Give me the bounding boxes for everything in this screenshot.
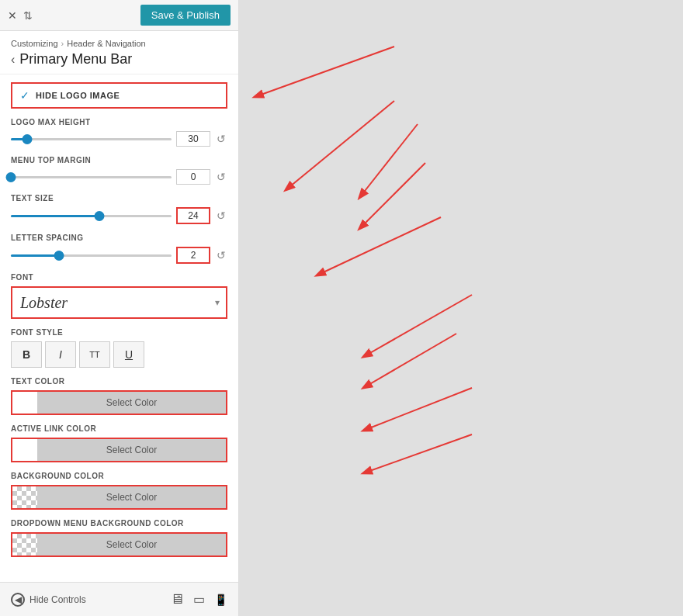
letter-spacing-track[interactable]	[11, 254, 172, 257]
text-color-label: TEXT COLOR	[11, 377, 227, 386]
svg-line-5	[363, 295, 472, 357]
svg-line-3	[359, 163, 425, 229]
letter-spacing-slider-row: 2 ↺	[11, 247, 227, 264]
menu-top-margin-input[interactable]: 0	[176, 169, 210, 185]
logo-max-height-input[interactable]: 30	[176, 131, 210, 147]
svg-line-4	[317, 217, 441, 275]
breadcrumb-part1: Customizing	[11, 39, 58, 48]
logo-max-height-slider-row: 30 ↺	[11, 131, 227, 147]
hide-controls-button[interactable]: ◀ Hide Controls	[11, 593, 86, 607]
logo-max-height-thumb[interactable]	[22, 134, 32, 144]
header-row: ‹ Primary Menu Bar	[11, 51, 227, 67]
device-icons-group: 🖥 ▭ 📱	[170, 591, 227, 607]
text-size-fill	[11, 215, 99, 217]
svg-line-1	[286, 101, 394, 190]
font-italic-button[interactable]: I	[45, 341, 76, 368]
svg-line-7	[363, 388, 472, 431]
toolbar-left: ✕ ⇅	[8, 9, 33, 22]
save-publish-button[interactable]: Save & Publish	[140, 5, 231, 26]
svg-line-8	[363, 434, 472, 473]
letter-spacing-reset[interactable]: ↺	[215, 249, 227, 261]
main-content	[239, 0, 683, 616]
checkmark-icon: ✓	[20, 89, 29, 102]
font-label: FONT	[11, 273, 227, 282]
tablet-icon[interactable]: ▭	[193, 592, 205, 607]
hide-controls-label: Hide Controls	[29, 594, 86, 605]
font-uppercase-button[interactable]: TT	[79, 341, 110, 368]
dropdown-bg-color-swatch	[12, 534, 37, 555]
letter-spacing-fill	[11, 254, 59, 257]
dropdown-bg-color-select-button[interactable]: Select Color	[37, 534, 226, 555]
text-color-select-button[interactable]: Select Color	[37, 392, 226, 414]
svg-line-6	[363, 334, 456, 388]
panel-footer: ◀ Hide Controls 🖥 ▭ 📱	[0, 582, 238, 616]
dropdown-bg-color-label: DROPDOWN MENU BACKGROUND COLOR	[11, 519, 227, 528]
text-size-label: TEXT SIZE	[11, 194, 227, 202]
active-link-color-label: ACTIVE LINK COLOR	[11, 424, 227, 433]
page-title: Primary Menu Bar	[19, 51, 132, 67]
hide-logo-checkbox-row[interactable]: ✓ HIDE LOGO IMAGE	[11, 82, 227, 109]
font-dropdown-wrap: Lobster Arial Georgia ▾	[11, 286, 227, 319]
background-color-select-button[interactable]: Select Color	[37, 486, 226, 508]
menu-top-margin-track[interactable]	[11, 176, 172, 178]
text-color-picker[interactable]: Select Color	[11, 390, 227, 415]
text-color-swatch	[12, 392, 37, 414]
active-link-color-swatch	[12, 439, 37, 461]
background-color-label: BACKGROUND COLOR	[11, 472, 227, 480]
sort-icon[interactable]: ⇅	[23, 9, 33, 22]
font-underline-button[interactable]: U	[113, 341, 144, 368]
breadcrumb-separator: ›	[61, 39, 64, 48]
hide-controls-circle-icon: ◀	[11, 593, 25, 607]
logo-max-height-reset[interactable]: ↺	[215, 133, 227, 145]
close-icon[interactable]: ✕	[8, 9, 17, 22]
menu-top-margin-thumb[interactable]	[6, 172, 16, 182]
logo-max-height-label: LOGO MAX HEIGHT	[11, 118, 227, 126]
menu-top-margin-reset[interactable]: ↺	[215, 171, 227, 183]
font-select[interactable]: Lobster Arial Georgia	[11, 286, 227, 319]
svg-line-2	[359, 124, 418, 198]
active-link-color-select-button[interactable]: Select Color	[37, 439, 226, 461]
text-size-input[interactable]: 24	[176, 207, 210, 224]
letter-spacing-label: LETTER SPACING	[11, 234, 227, 242]
logo-max-height-track[interactable]	[11, 138, 172, 140]
toolbar: ✕ ⇅ Save & Publish	[0, 0, 238, 31]
dropdown-bg-color-picker[interactable]: Select Color	[11, 532, 227, 557]
text-size-thumb[interactable]	[94, 211, 104, 221]
breadcrumb: Customizing › Header & Navigation	[11, 39, 227, 48]
back-button[interactable]: ‹	[11, 53, 19, 67]
font-style-label: FONT STYLE	[11, 328, 227, 337]
background-color-picker[interactable]: Select Color	[11, 485, 227, 510]
desktop-icon[interactable]: 🖥	[170, 591, 184, 607]
letter-spacing-input[interactable]: 2	[176, 247, 210, 264]
menu-top-margin-slider-row: 0 ↺	[11, 169, 227, 185]
panel-body: ✓ HIDE LOGO IMAGE LOGO MAX HEIGHT 30 ↺ M…	[0, 74, 238, 582]
font-bold-button[interactable]: B	[11, 341, 42, 368]
mobile-icon[interactable]: 📱	[214, 594, 227, 606]
panel-header: Customizing › Header & Navigation ‹ Prim…	[0, 31, 238, 74]
breadcrumb-part2: Header & Navigation	[67, 39, 146, 48]
text-size-reset[interactable]: ↺	[215, 209, 227, 222]
background-color-swatch	[12, 486, 37, 508]
active-link-color-picker[interactable]: Select Color	[11, 438, 227, 462]
text-size-slider-row: 24 ↺	[11, 207, 227, 224]
letter-spacing-thumb[interactable]	[54, 251, 64, 261]
menu-top-margin-label: MENU TOP MARGIN	[11, 156, 227, 164]
text-size-track[interactable]	[11, 215, 172, 217]
annotation-arrows	[239, 0, 683, 616]
hide-logo-label: HIDE LOGO IMAGE	[36, 91, 120, 100]
font-style-row: B I TT U	[11, 341, 227, 368]
svg-line-0	[255, 47, 394, 97]
customizer-panel: ✕ ⇅ Save & Publish Customizing › Header …	[0, 0, 239, 616]
